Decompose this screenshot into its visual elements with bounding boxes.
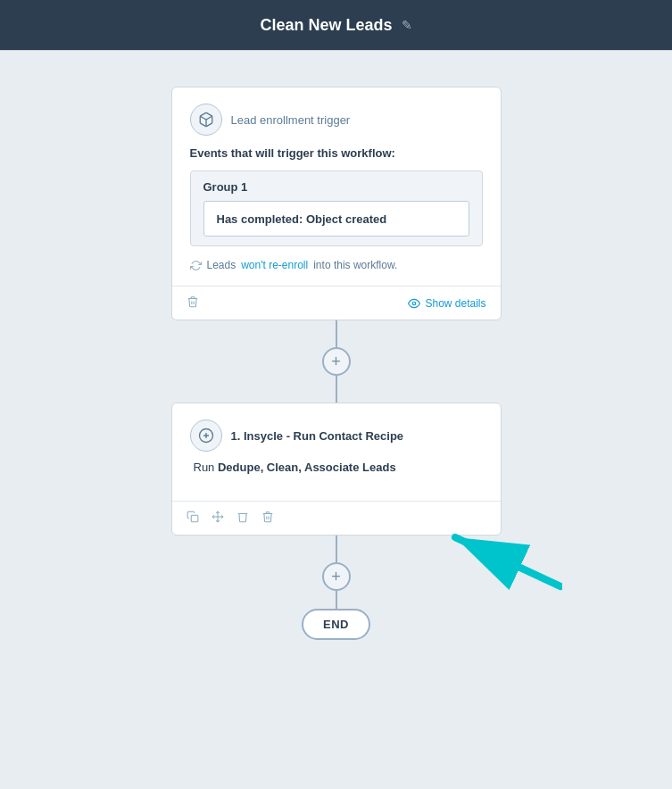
group-box: Group 1 Has completed: Object created [190,170,483,246]
add-step-button-1[interactable]: + [322,347,351,376]
action-step-label: 1. Insycle - Run Contact Recipe [231,429,404,443]
delete-icon[interactable] [187,295,199,311]
action-description-bold: Dedupe, Clean, Associate Leads [218,461,396,474]
condition-text: Has completed: Object created [217,212,387,226]
trigger-card-footer: Show details [172,286,501,320]
reenroll-link[interactable]: won't re-enroll [241,259,308,271]
trigger-icon-circle [190,104,222,136]
condition-box: Has completed: Object created [203,201,469,237]
action-description: Run Dedupe, Clean, Associate Leads [190,461,483,474]
insycle-icon [198,428,214,444]
group-title: Group 1 [203,180,469,194]
trash-icon[interactable] [261,511,274,526]
svg-rect-3 [191,515,198,522]
move-icon[interactable] [212,511,224,526]
svg-point-1 [413,302,417,305]
reenroll-row: Leads won't re-enroll into this workflow… [190,259,483,271]
show-details-button[interactable]: Show details [408,297,485,310]
action-card-footer [172,501,501,535]
connector-2 [336,376,337,403]
reenroll-prefix: Leads [207,259,236,271]
connector-3 [336,536,337,562]
unlink-icon[interactable] [236,511,249,526]
add-step-button-2[interactable]: + [322,562,351,591]
trigger-card: Lead enrollment trigger Events that will… [171,87,502,320]
refresh-icon [190,260,202,271]
reenroll-suffix: into this workflow. [313,259,397,271]
copy-icon[interactable] [187,511,199,526]
arrow-annotation [446,528,562,594]
footer-left [187,295,199,311]
trigger-label: Lead enrollment trigger [231,113,351,127]
end-node: END [302,609,370,640]
connector-4 [336,591,337,609]
app-header: Clean New Leads ✎ [0,0,672,50]
action-description-prefix: Run [194,461,218,474]
trigger-subtitle: Events that will trigger this workflow: [190,146,483,160]
eye-icon [408,297,420,310]
action-card: 1. Insycle - Run Contact Recipe Run Dedu… [171,403,502,536]
action-icon-circle [190,419,222,452]
page-title: Clean New Leads [260,16,392,35]
connector-1 [336,320,337,347]
edit-icon[interactable]: ✎ [402,18,412,32]
show-details-label: Show details [425,297,485,310]
svg-line-7 [455,537,560,586]
workflow-canvas: Lead enrollment trigger Events that will… [0,51,672,789]
teal-arrow-svg [446,528,562,591]
box-icon [198,112,214,128]
